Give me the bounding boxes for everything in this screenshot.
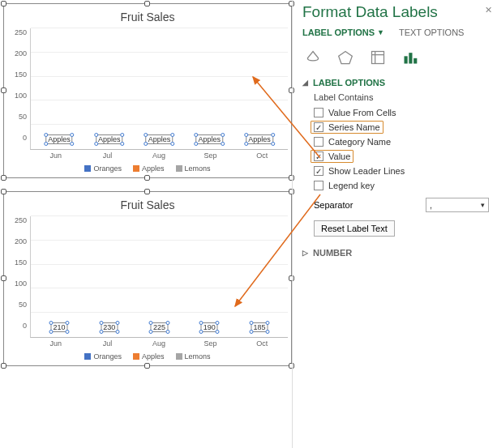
checkbox-series-name[interactable]: ✓Series Name <box>302 120 489 134</box>
data-label[interactable]: Apples <box>146 134 174 144</box>
svg-marker-0 <box>339 52 353 64</box>
plot-area[interactable]: 250200150100500 ApplesApplesApplesApples… <box>7 28 288 150</box>
data-label[interactable]: 230 <box>101 322 118 332</box>
x-axis: JunJulAugSepOct <box>7 338 288 351</box>
data-label[interactable]: 225 <box>151 322 168 332</box>
resize-handle[interactable] <box>144 175 150 181</box>
checkbox-value-from-cells[interactable]: Value From Cells <box>302 105 489 120</box>
data-label[interactable]: Apples <box>246 134 273 144</box>
tab-label-options[interactable]: LABEL OPTIONS▼ <box>302 28 384 37</box>
svg-rect-1 <box>372 52 384 64</box>
resize-handle[interactable] <box>144 1 150 6</box>
format-pane: ✕ Format Data Labels LABEL OPTIONS▼ TEXT… <box>292 0 497 448</box>
chart-title: Fruit Sales <box>7 195 288 216</box>
data-label[interactable]: Apples <box>96 134 123 144</box>
separator-dropdown[interactable]: ,▾ <box>426 198 489 212</box>
svg-rect-3 <box>409 53 412 63</box>
chart-title: Fruit Sales <box>7 7 288 28</box>
tab-text-options[interactable]: TEXT OPTIONS <box>399 28 464 37</box>
resize-handle[interactable] <box>1 175 6 181</box>
pane-title: Format Data Labels <box>302 3 489 28</box>
section-label-options[interactable]: ◢LABEL OPTIONS <box>302 75 489 91</box>
svg-rect-2 <box>405 56 408 63</box>
data-label[interactable]: Apples <box>196 134 224 144</box>
triangle-right-icon: ▷ <box>302 249 308 257</box>
chart-grid: 210230225190185 <box>30 216 288 338</box>
plot-area[interactable]: 250200150100500 210230225190185 <box>7 216 288 338</box>
effects-icon[interactable] <box>336 49 354 66</box>
y-axis: 250200150100500 <box>7 28 30 150</box>
data-label[interactable]: Apples <box>45 134 73 144</box>
close-icon[interactable]: ✕ <box>485 5 492 15</box>
checkbox-category-name[interactable]: Category Name <box>302 134 489 149</box>
triangle-down-icon: ◢ <box>302 79 308 87</box>
data-label[interactable]: 185 <box>251 322 268 332</box>
chart-legend: Oranges Apples Lemons <box>7 351 288 364</box>
resize-handle[interactable] <box>1 1 6 6</box>
resize-handle[interactable] <box>144 189 150 194</box>
resize-handle[interactable] <box>144 363 150 369</box>
data-label[interactable]: 210 <box>50 322 67 332</box>
label-contains-heading: Label Contains <box>302 91 489 105</box>
chart-2[interactable]: Fruit Sales 250200150100500 210230225190… <box>3 191 292 366</box>
reset-label-text-button[interactable]: Reset Label Text <box>314 220 395 237</box>
checkbox-value[interactable]: ✓Value <box>302 149 489 164</box>
data-label[interactable]: 190 <box>201 322 218 332</box>
fill-icon[interactable] <box>304 49 322 66</box>
section-number[interactable]: ▷NUMBER <box>302 245 489 261</box>
checkbox-show-leader[interactable]: ✓Show Leader Lines <box>302 164 489 178</box>
chevron-down-icon: ▼ <box>377 28 384 36</box>
chart-options-icon[interactable] <box>401 49 419 66</box>
checkbox-legend-key[interactable]: Legend key <box>302 178 489 193</box>
resize-handle[interactable] <box>1 87 6 93</box>
chart-legend: Oranges Apples Lemons <box>7 163 288 176</box>
resize-handle[interactable] <box>1 275 6 281</box>
resize-handle[interactable] <box>1 189 6 194</box>
y-axis: 250200150100500 <box>7 216 30 338</box>
svg-rect-4 <box>413 58 417 64</box>
chevron-down-icon: ▾ <box>481 201 485 209</box>
chart-1[interactable]: Fruit Sales 250200150100500 ApplesApples… <box>3 3 292 178</box>
separator-label: Separator <box>314 200 353 210</box>
chart-grid: ApplesApplesApplesApplesApples <box>30 28 288 150</box>
resize-handle[interactable] <box>1 363 6 369</box>
size-icon[interactable] <box>369 49 387 66</box>
x-axis: JunJulAugSepOct <box>7 150 288 163</box>
